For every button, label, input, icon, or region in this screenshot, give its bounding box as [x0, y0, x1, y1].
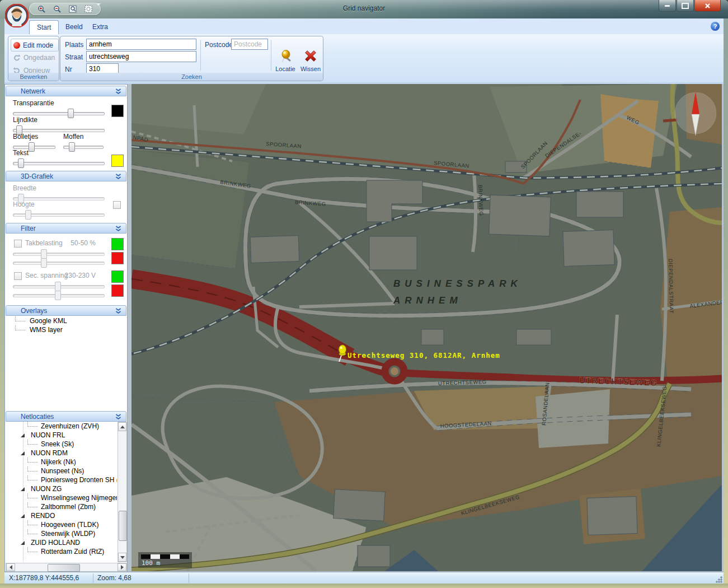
chevron-double-down-icon[interactable]	[115, 414, 121, 420]
map-svg: SPOORLAAN SPOORLAAN SPOORLAAN NPAD BRINK…	[131, 84, 722, 571]
slider-thumb[interactable]	[18, 158, 24, 168]
tree-horizontal-scrollbar[interactable]	[6, 563, 127, 572]
expanded-node-icon[interactable]	[21, 541, 25, 545]
tree-item[interactable]: ZUID HOLLAND	[6, 538, 117, 547]
minimize-button[interactable]	[659, 0, 676, 12]
map-canvas[interactable]: SPOORLAAN SPOORLAAN SPOORLAAN NPAD BRINK…	[131, 84, 722, 571]
hoogte-checkbox[interactable]	[113, 201, 121, 209]
tree-item[interactable]: Sneek (Sk)	[6, 440, 117, 449]
select-region-icon[interactable]	[83, 4, 93, 14]
tree-item[interactable]: Rotterdam Zuid (RtZ)	[6, 547, 117, 556]
sec-spanning-checkbox[interactable]	[14, 272, 22, 280]
slider-thumb[interactable]	[41, 258, 47, 268]
help-button[interactable]: ?	[711, 22, 720, 31]
expanded-node-icon[interactable]	[21, 487, 25, 491]
resize-grip[interactable]	[715, 576, 722, 583]
scrollbar-thumb[interactable]	[48, 564, 80, 572]
undo-button[interactable]: Ongedaan	[11, 52, 58, 63]
takbelasting-green-swatch[interactable]	[111, 238, 124, 250]
slider-thumb[interactable]	[69, 142, 75, 152]
takbelasting-red-swatch[interactable]	[111, 252, 124, 264]
panel-header-3d-grafiek[interactable]: 3D-Grafiek	[6, 171, 126, 181]
close-button[interactable]	[694, 0, 721, 12]
takbelasting-max-slider[interactable]	[13, 258, 105, 268]
transparantie-label: Transparantie	[13, 99, 54, 107]
group-bewerken: Edit mode Ongedaan Opnieuw Bewerken	[8, 36, 59, 81]
tree-item[interactable]: Nijkerk (Nk)	[6, 458, 117, 466]
scroll-right-button[interactable]	[118, 563, 126, 571]
chevron-double-down-icon[interactable]	[115, 88, 121, 95]
expanded-node-icon[interactable]	[21, 514, 25, 518]
slider-thumb[interactable]	[29, 142, 35, 152]
zoom-out-icon[interactable]	[52, 4, 62, 14]
tree-item[interactable]: Pioniersweg Dronten SH (Ofc	[6, 475, 117, 484]
scroll-left-button[interactable]	[6, 563, 15, 571]
sec-spanning-red-swatch[interactable]	[111, 284, 124, 297]
tree-vertical-scrollbar[interactable]	[118, 422, 127, 562]
plaats-input[interactable]	[86, 39, 196, 50]
panel-header-netwerk[interactable]: Netwerk	[6, 86, 126, 96]
tree-item[interactable]: Steenwijk (WLDP)	[6, 529, 117, 538]
netlocaties-tree: Zevenhuizen (ZVH) NUON FRL Sneek (Sk) NU…	[6, 422, 117, 562]
scroll-up-button[interactable]	[118, 422, 126, 431]
takbelasting-range: 50-50 %	[55, 239, 96, 247]
tab-extra[interactable]: Extra	[85, 20, 115, 34]
chevron-double-down-icon[interactable]	[115, 174, 121, 180]
expanded-node-icon[interactable]	[21, 433, 25, 437]
tekst-color-swatch[interactable]	[111, 155, 124, 167]
hoogte-slider[interactable]	[13, 209, 105, 220]
slider-thumb[interactable]	[55, 291, 61, 300]
tree-item-wms-layer[interactable]: WMS layer	[6, 325, 118, 334]
tree-item[interactable]: NUON FRL	[6, 431, 117, 440]
sec-spanning-max-slider[interactable]	[13, 290, 105, 300]
app-window: Grid navigator Start Beeld Extra ?	[0, 0, 728, 588]
tree-item-google-kml[interactable]: Google KML	[6, 316, 118, 325]
tree-item[interactable]: RENDO	[6, 511, 117, 520]
pushpin-icon	[278, 49, 293, 64]
moffen-slider[interactable]	[63, 142, 104, 152]
close-icon	[704, 3, 711, 9]
locatie-button[interactable]: Locatie	[273, 38, 298, 73]
sec-spanning-green-swatch[interactable]	[111, 270, 124, 283]
tree-item[interactable]: NUON RDM	[6, 449, 117, 458]
scroll-down-button[interactable]	[118, 553, 126, 562]
group-caption-bewerken: Bewerken	[8, 73, 59, 81]
tree-item[interactable]: Hoogeveen (TLDK)	[6, 520, 117, 529]
tree-item[interactable]: Nunspeet (Ns)	[6, 466, 117, 475]
tekst-slider[interactable]	[13, 158, 105, 168]
svg-text:ARNHEM: ARNHEM	[393, 295, 462, 306]
hoogte-label: Hoogte	[13, 200, 35, 208]
qat-dropdown-icon[interactable]	[96, 6, 103, 12]
wissen-button[interactable]: Wissen	[298, 38, 323, 73]
panel-header-overlays[interactable]: Overlays	[6, 305, 126, 316]
scrollbar-thumb[interactable]	[119, 511, 127, 541]
zoom-in-icon[interactable]	[36, 4, 46, 14]
sidebar: Netwerk Transparantie Lijndikte Bolletje…	[4, 84, 128, 572]
moffen-label: Moffen	[63, 133, 83, 141]
slider-thumb[interactable]	[25, 210, 31, 220]
maximize-button[interactable]	[677, 0, 694, 12]
postcode-input[interactable]	[231, 39, 268, 50]
overlays-tree: Google KML WMS layer	[6, 316, 118, 334]
slider-thumb[interactable]	[68, 109, 74, 118]
takbelasting-checkbox[interactable]	[14, 240, 22, 248]
zoom-window-icon[interactable]	[68, 4, 78, 14]
chevron-double-down-icon[interactable]	[115, 226, 121, 232]
netwerk-color-swatch[interactable]	[111, 105, 124, 117]
panel-header-netlocaties[interactable]: Netlocaties	[6, 411, 126, 422]
tree-item[interactable]: Winselingseweg Nijmegen (W	[6, 493, 117, 502]
chevron-double-down-icon[interactable]	[115, 308, 121, 314]
sidebar-splitter[interactable]	[128, 84, 131, 572]
tree-item[interactable]: Zevenhuizen (ZVH)	[6, 422, 117, 431]
expanded-node-icon[interactable]	[21, 451, 25, 455]
tree-item[interactable]: Zaltbommel (Zbm)	[6, 502, 117, 511]
tree-item[interactable]: NUON ZG	[6, 484, 117, 493]
panel-header-filter[interactable]: Filter	[6, 223, 126, 234]
svg-text:DIEPENDALSTRAAT: DIEPENDALSTRAAT	[668, 259, 675, 314]
application-menu-button[interactable]	[5, 4, 29, 27]
edit-mode-button[interactable]: Edit mode	[11, 39, 59, 52]
tab-start[interactable]: Start	[29, 20, 59, 35]
pin-label: Utrechtseweg 310, 6812AR, Arnhem	[347, 351, 500, 360]
red-x-icon	[303, 48, 318, 64]
straat-input[interactable]	[86, 51, 196, 62]
